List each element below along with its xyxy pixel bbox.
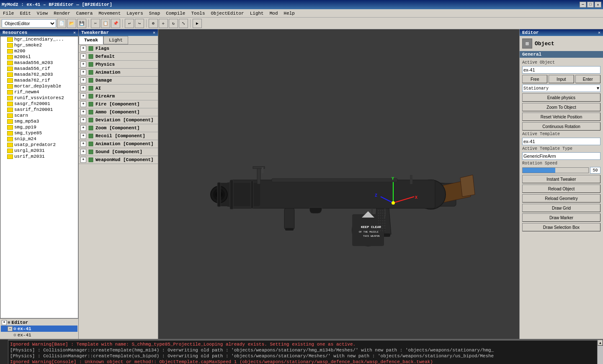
section-zoom[interactable]: + Zoom [Component] [79,124,158,132]
toolbar-btn-open[interactable]: 📂 [67,19,76,28]
tree-ex41-item[interactable]: - ⚙ ex-41 [1,326,77,332]
section-expand-fire[interactable]: + [80,101,86,107]
section-deviation[interactable]: + Deviation [Component] [79,116,158,124]
console-scrollbar[interactable]: ▲ ▼ [597,340,603,364]
tree-item-19[interactable]: usrgl_m2031 [0,148,78,154]
tree-item-10[interactable]: runif_vssvintores2 [0,95,78,101]
toolbar-btn-select[interactable]: ⊕ [149,19,158,28]
stationary-combo[interactable]: Stationary ▼ [522,85,600,92]
reload-object-button[interactable]: Reload Object [522,185,600,193]
menu-view[interactable]: View [36,11,49,16]
editor-close[interactable]: ✕ [598,30,600,35]
resources-tree[interactable]: hgr_incendiary_... hgr_smoke2 m200 m200s… [0,36,78,318]
active-object-input[interactable] [522,66,600,74]
rotation-speed-slider[interactable] [522,167,589,173]
section-animation-comp[interactable]: + Animation [Component] [79,140,158,148]
viewport[interactable]: KEEP CLEAR OF THE MUZZLE THIS WEAPON X Y [158,29,519,339]
tree-expand-ex41[interactable]: - [8,326,13,331]
console-area[interactable]: Ignored Warning[Base] : Template with na… [8,340,597,364]
tree-item-4[interactable]: masada556_m203 [0,60,78,66]
tab-light[interactable]: Light [103,36,128,44]
section-expand-animation[interactable]: + [80,69,86,75]
toolbar-btn-save[interactable]: 💾 [77,19,86,28]
section-expand-damage[interactable]: + [80,77,86,83]
tree-item-2[interactable]: m200 [0,48,78,54]
toolbar-btn-move[interactable]: ✛ [159,19,168,28]
menu-snap[interactable]: Snap [148,11,161,16]
menu-mod[interactable]: Mod [268,11,279,16]
close-button[interactable]: ✕ [595,2,601,8]
resources-close[interactable]: ✕ [73,30,76,35]
tree-item-14[interactable]: smg_mp5a3 [0,118,78,124]
menu-compile[interactable]: Compile [165,11,186,16]
tree-item-7[interactable]: masada762_rif [0,77,78,83]
toolbar-btn-copy[interactable]: 📋 [101,19,110,28]
menu-file[interactable]: File [2,11,15,16]
section-expand-firearm[interactable]: + [80,93,86,99]
section-ammo[interactable]: + Ammo [Component] [79,108,158,116]
section-expand-ammo[interactable]: + [80,109,86,115]
reload-geometry-button[interactable]: Reload Geometry [522,194,600,203]
tree-item-8[interactable]: mortar_deployable [0,83,78,89]
tree-item-12[interactable]: sasrif_fn20001 [0,107,78,113]
maximize-button[interactable]: □ [587,2,594,8]
menu-movement[interactable]: Movement [97,11,122,16]
section-expand-sound[interactable]: + [80,149,86,155]
tree-ex41-sub-item[interactable]: ⚙ ex-41 [1,332,77,338]
menu-layers[interactable]: Layers [125,11,144,16]
toolbar-btn-rotate[interactable]: ↻ [169,19,178,28]
active-template-type-input[interactable] [522,152,600,160]
tree-item-20[interactable]: usrif_m2031 [0,154,78,159]
reset-vehicle-position-button[interactable]: Reset Vehicle Position [522,113,600,121]
draw-selection-box-button[interactable]: Draw Selection Box [522,223,600,231]
enable-physics-button[interactable]: Enable physics [522,93,600,102]
section-expand-ai[interactable]: + [80,85,86,91]
tree-item-13[interactable]: scarn [0,113,78,118]
section-recoil[interactable]: + Recoil [Component] [79,132,158,140]
tree-item-16[interactable]: smg_type85 [0,130,78,136]
toolbar-btn-undo[interactable]: ↩ [125,19,134,28]
minimize-button[interactable]: — [580,2,586,8]
section-expand-default[interactable]: + [80,54,86,59]
tab-tweak[interactable]: Tweak [79,36,103,44]
tree-item-11[interactable]: sasgr_fn20001 [0,101,78,107]
continuous-rotation-button[interactable]: Continuous Rotation [522,122,600,131]
tree-item-3[interactable]: m200sl [0,54,78,60]
section-expand-flags[interactable]: + [80,46,86,51]
tree-editor-item[interactable]: + ■ Editor [1,320,77,326]
draw-grid-button[interactable]: Draw Grid [522,204,600,212]
section-animation[interactable]: + Animation [79,69,158,77]
active-template-input[interactable] [522,138,600,145]
menu-help[interactable]: Help [283,11,296,16]
tree-item-15[interactable]: smg_pp19 [0,124,78,130]
tree-expand-editor[interactable]: + [2,320,7,325]
scroll-track[interactable] [598,346,603,364]
menu-light[interactable]: Light [249,11,265,16]
menu-edit[interactable]: Edit [18,11,32,16]
section-flags[interactable]: + Flags [79,45,158,53]
section-expand-deviation[interactable]: + [80,117,86,123]
section-damage[interactable]: + Damage [79,77,158,85]
menu-objecteditor[interactable]: ObjectEditor [210,11,245,16]
tweaker-close[interactable]: ✕ [153,30,155,35]
section-default[interactable]: + Default [79,53,158,61]
toolbar-btn-scale[interactable]: ⤡ [179,19,188,28]
tree-item-6[interactable]: masada762_m203 [0,72,78,77]
tree-item-17[interactable]: snip_m24 [0,136,78,142]
section-expand-zoom[interactable]: + [80,125,86,131]
zoom-to-object-button[interactable]: Zoom To Object [522,103,600,111]
toolbar-btn-render[interactable]: ▶ [193,19,202,28]
tree-item-5[interactable]: masada556_rif [0,66,78,72]
section-sound[interactable]: + Sound [Component] [79,148,158,156]
toolbar-btn-new[interactable]: 📄 [57,19,66,28]
toolbar-btn-cut[interactable]: ✂ [91,19,100,28]
section-fire[interactable]: + Fire [Component] [79,100,158,108]
instant-tweaker-button[interactable]: Instant Tweaker [522,175,600,183]
toolbar-btn-paste[interactable]: 📌 [111,19,120,28]
tree-item-0[interactable]: hgr_incendiary_... [0,36,78,42]
section-expand-weaponhud[interactable]: + [80,157,86,163]
section-ai[interactable]: + AI [79,85,158,92]
toolbar-combo[interactable]: ObjectEditor [2,19,56,28]
input-button[interactable]: Input [549,75,574,83]
section-expand-recoil[interactable]: + [80,133,86,139]
